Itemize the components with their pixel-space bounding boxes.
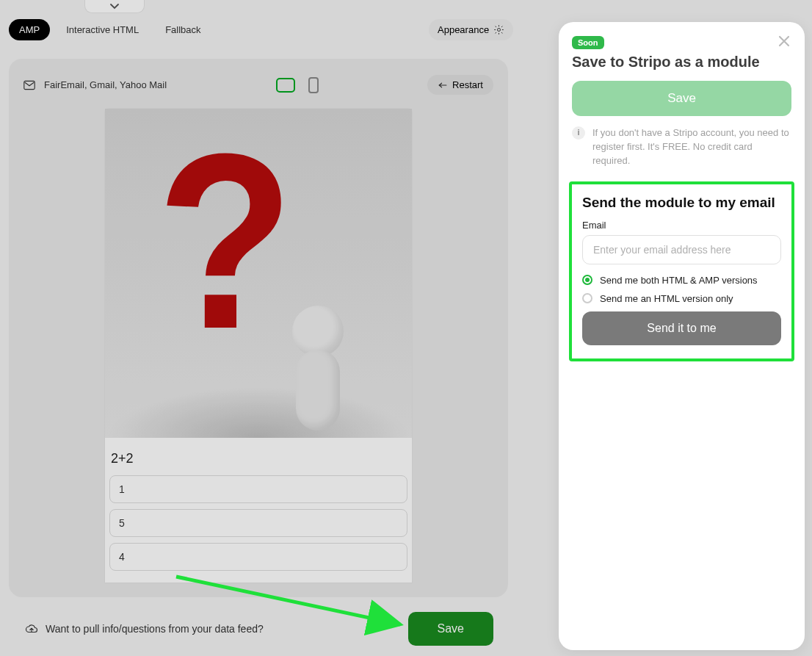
device-mobile-toggle[interactable] [308,77,319,93]
svg-rect-1 [24,81,35,89]
answer-option-1[interactable]: 1 [109,475,407,503]
panel-save-button[interactable]: Save [572,81,791,116]
cloud-upload-icon [25,623,38,635]
tab-interactive-html[interactable]: Interactive HTML [56,19,149,40]
device-desktop-toggle[interactable] [276,78,295,93]
panel-title: Save to Stripo as a module [572,54,791,71]
gear-icon [493,24,504,35]
answer-option-3[interactable]: 4 [109,543,407,571]
save-module-panel: Soon Save to Stripo as a module Save i I… [559,22,805,650]
format-tabs: AMP Interactive HTML Fallback [9,19,211,40]
preview-card: FairEmail, Gmail, Yahoo Mail Restart ? 2… [9,59,508,597]
mail-icon [23,80,35,90]
info-icon: i [572,126,585,140]
restart-label: Restart [452,79,483,90]
info-note: i If you don't have a Stripo account, yo… [572,126,791,168]
soon-badge: Soon [572,36,604,49]
email-input[interactable] [582,235,781,264]
option-html-label: Send me an HTML version only [600,293,733,304]
send-section-title: Send the module to my email [582,195,781,211]
option-html-only[interactable]: Send me an HTML version only [582,293,781,304]
email-preview-frame: ? 2+2 1 5 4 [104,108,413,583]
preview-header: FairEmail, Gmail, Yahoo Mail Restart [23,75,493,95]
info-text: If you don't have a Stripo account, you … [592,126,791,168]
tab-fallback[interactable]: Fallback [155,19,211,40]
collapse-toggle[interactable] [84,0,145,13]
email-label: Email [582,220,781,231]
chevron-down-icon [109,1,120,12]
close-icon [777,34,791,48]
save-button[interactable]: Save [408,612,493,646]
radio-unselected-icon [582,293,592,303]
question-text: 2+2 [105,438,412,475]
bottom-bar: Want to pull info/questions from your da… [9,610,508,648]
svg-point-0 [498,29,501,32]
tab-amp[interactable]: AMP [9,19,50,40]
appearance-button[interactable]: Appearance [429,19,513,40]
email-clients-label: FairEmail, Gmail, Yahoo Mail [44,79,167,90]
arrow-left-icon [438,81,448,90]
option-both-label: Send me both HTML & AMP versions [600,275,758,286]
send-it-button[interactable]: Send it to me [582,311,781,345]
answer-option-2[interactable]: 5 [109,509,407,537]
close-panel-button[interactable] [777,34,791,48]
option-both-versions[interactable]: Send me both HTML & AMP versions [582,275,781,286]
send-email-section: Send the module to my email Email Send m… [569,181,794,361]
data-feed-text: Want to pull info/questions from your da… [46,623,264,635]
restart-button[interactable]: Restart [427,75,493,95]
question-image: ? [105,109,412,438]
radio-selected-icon [582,275,592,285]
appearance-label: Appearance [438,24,489,35]
